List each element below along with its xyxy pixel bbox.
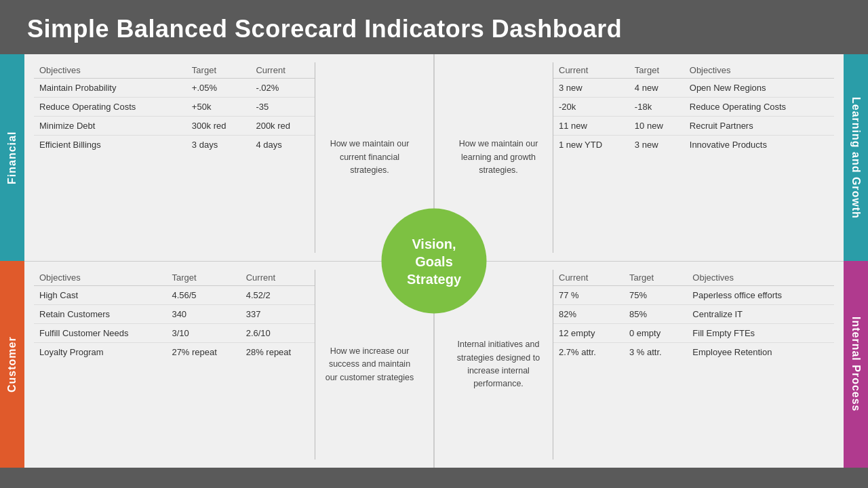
internal-inner: Internal initiatives and strategies desi… (444, 270, 834, 460)
customer-table: Objectives Target Current High Cast4.56/… (34, 270, 315, 361)
table-cell: 0 empty (624, 324, 687, 343)
internal-label: Internal Process (844, 261, 868, 468)
table-cell: 75% (624, 286, 687, 305)
financial-inner: Objectives Target Current Maintain Proba… (34, 62, 424, 253)
table-cell: 200k red (250, 117, 315, 136)
financial-quadrant: Financial Objectives Target Current Main… (0, 54, 434, 261)
table-cell: Minimize Debt (34, 117, 186, 136)
table-cell: 340 (166, 305, 240, 324)
table-row: Maintain Probability+.05%-.02% (34, 79, 315, 98)
customer-col-objectives: Objectives (34, 270, 166, 286)
table-row: Efficient Billings3 days4 days (34, 136, 315, 155)
table-cell: 1 new YTD (553, 136, 629, 155)
table-cell: 4 days (250, 136, 315, 155)
customer-quadrant: Customer Objectives Target Current High … (0, 261, 434, 468)
table-cell: 85% (624, 305, 687, 324)
learning-col-objectives: Objectives (684, 62, 834, 79)
table-cell: 28% repeat (241, 343, 315, 362)
table-cell: Paperless office efforts (687, 286, 834, 305)
internal-col-target: Target (624, 270, 687, 286)
table-cell: -.02% (250, 79, 315, 98)
customer-label: Customer (0, 261, 24, 468)
table-cell: Efficient Billings (34, 136, 186, 155)
table-row: Fulfill Customer Needs3/102.6/10 (34, 324, 315, 343)
table-cell: Fill Empty FTEs (687, 324, 834, 343)
table-cell: 4.56/5 (166, 286, 240, 305)
table-cell: 27% repeat (166, 343, 240, 362)
center-circle: Vision, Goals Strategy (382, 209, 487, 314)
table-cell: 82% (553, 305, 624, 324)
table-cell: 3 new (629, 136, 684, 155)
table-row: 1 new YTD3 newInnovative Products (553, 136, 834, 155)
learning-col-target: Target (629, 62, 684, 79)
learning-inner: How we maintain our learning and growth … (444, 62, 834, 253)
table-cell: Loyalty Program (34, 343, 166, 362)
table-cell: 3/10 (166, 324, 240, 343)
table-cell: 337 (241, 305, 315, 324)
internal-content: Internal initiatives and strategies desi… (434, 261, 844, 468)
customer-inner: Objectives Target Current High Cast4.56/… (34, 270, 424, 460)
table-cell: -35 (250, 98, 315, 117)
internal-table-section: Current Target Objectives 77 %75%Paperle… (553, 270, 834, 460)
table-cell: Maintain Probability (34, 79, 186, 98)
financial-content: Objectives Target Current Maintain Proba… (24, 54, 434, 261)
table-row: -20k-18kReduce Operating Costs (553, 98, 834, 117)
table-row: Loyalty Program27% repeat28% repeat (34, 343, 315, 362)
table-cell: Centralize IT (687, 305, 834, 324)
customer-col-target: Target (166, 270, 240, 286)
table-cell: Fulfill Customer Needs (34, 324, 166, 343)
internal-col-current: Current (553, 270, 624, 286)
learning-label: Learning and Growth (844, 54, 868, 261)
table-cell: -18k (629, 98, 684, 117)
table-cell: Open New Regions (684, 79, 834, 98)
table-cell: -20k (553, 98, 629, 117)
table-row: 2.7% attr.3 % attr.Employee Retention (553, 343, 834, 362)
table-cell: 2.7% attr. (553, 343, 624, 362)
table-cell: 12 empty (553, 324, 624, 343)
table-cell: 3 % attr. (624, 343, 687, 362)
learning-col-current: Current (553, 62, 629, 79)
table-row: Reduce Operating Costs+50k-35 (34, 98, 315, 117)
table-cell: Innovative Products (684, 136, 834, 155)
table-row: Retain Customers340337 (34, 305, 315, 324)
table-row: 3 new4 newOpen New Regions (553, 79, 834, 98)
table-cell: 3 days (186, 136, 251, 155)
center-line3: Strategy (407, 271, 461, 286)
table-cell: 4 new (629, 79, 684, 98)
table-cell: 11 new (553, 117, 629, 136)
center-line2: Goals (415, 253, 453, 268)
financial-table: Objectives Target Current Maintain Proba… (34, 62, 315, 154)
financial-col-current: Current (250, 62, 315, 79)
table-row: 82%85%Centralize IT (553, 305, 834, 324)
table-cell: Reduce Operating Costs (684, 98, 834, 117)
scorecard-grid: Financial Objectives Target Current Main… (0, 54, 868, 468)
table-cell: 4.52/2 (241, 286, 315, 305)
internal-col-objectives: Objectives (687, 270, 834, 286)
table-row: 77 %75%Paperless office efforts (553, 286, 834, 305)
page-title: Simple Balanced Scorecard Indicators Das… (0, 0, 868, 54)
table-row: 11 new10 newRecruit Partners (553, 117, 834, 136)
table-cell: 2.6/10 (241, 324, 315, 343)
table-cell: 300k red (186, 117, 251, 136)
table-cell: 3 new (553, 79, 629, 98)
financial-col-target: Target (186, 62, 251, 79)
learning-quadrant: How we maintain our learning and growth … (434, 54, 868, 261)
customer-col-current: Current (241, 270, 315, 286)
table-cell: Retain Customers (34, 305, 166, 324)
learning-table-section: Current Target Objectives 3 new4 newOpen… (553, 62, 834, 253)
table-row: Minimize Debt300k red200k red (34, 117, 315, 136)
financial-label: Financial (0, 54, 24, 261)
table-cell: +.05% (186, 79, 251, 98)
table-cell: 77 % (553, 286, 624, 305)
table-row: 12 empty0 emptyFill Empty FTEs (553, 324, 834, 343)
financial-col-objectives: Objectives (34, 62, 186, 79)
table-cell: +50k (186, 98, 251, 117)
customer-content: Objectives Target Current High Cast4.56/… (24, 261, 434, 468)
learning-table: Current Target Objectives 3 new4 newOpen… (553, 62, 834, 154)
internal-quadrant: Internal initiatives and strategies desi… (434, 261, 868, 468)
table-cell: Recruit Partners (684, 117, 834, 136)
customer-table-section: Objectives Target Current High Cast4.56/… (34, 270, 315, 460)
center-text: Vision, Goals Strategy (407, 235, 461, 287)
table-cell: 10 new (629, 117, 684, 136)
learning-content: How we maintain our learning and growth … (434, 54, 844, 261)
